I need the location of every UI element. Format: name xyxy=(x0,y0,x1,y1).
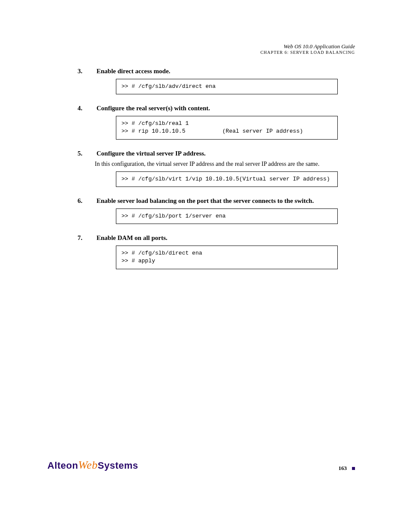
step-6: 6. Enable server load balancing on the p… xyxy=(78,197,355,224)
page-header: Web OS 10.0 Application Guide CHAPTER 6:… xyxy=(56,43,355,55)
step-7: 7. Enable DAM on all ports. >> # /cfg/sl… xyxy=(78,234,355,269)
code-box: >> # /cfg/slb/direct ena >> # apply xyxy=(116,246,338,269)
chapter-label: CHAPTER 6: SERVER LOAD BALANCING xyxy=(56,50,355,55)
logo-part-web: Web xyxy=(78,459,97,471)
step-text: Enable server load balancing on the port… xyxy=(97,197,355,205)
step-5: 5. Configure the virtual server IP addre… xyxy=(78,150,355,187)
code-box: >> # /cfg/slb/port 1/server ena xyxy=(116,208,338,224)
brand-logo: AlteonWebSystems xyxy=(47,459,138,472)
step-number: 4. xyxy=(78,105,95,112)
step-4: 4. Configure the real server(s) with con… xyxy=(78,105,355,139)
step-text: Configure the virtual server IP address. xyxy=(97,150,355,157)
step-number: 7. xyxy=(78,234,95,242)
step-number: 5. xyxy=(78,150,95,157)
guide-title: Web OS 10.0 Application Guide xyxy=(56,43,355,50)
page-number: 163 xyxy=(339,465,347,472)
code-box: >> # /cfg/slb/virt 1/vip 10.10.10.5(Virt… xyxy=(116,171,338,187)
step-number: 3. xyxy=(78,68,95,75)
code-box: >> # /cfg/slb/adv/direct ena xyxy=(116,79,338,94)
step-3: 3. Enable direct access mode. >> # /cfg/… xyxy=(78,68,355,94)
code-box: >> # /cfg/slb/real 1 >> # rip 10.10.10.5… xyxy=(116,116,338,139)
step-text: Enable direct access mode. xyxy=(97,68,355,75)
page-footer: 163 xyxy=(339,465,355,472)
square-icon xyxy=(352,467,355,470)
step-number: 6. xyxy=(78,197,95,205)
step-text: Configure the real server(s) with conten… xyxy=(97,105,355,112)
logo-part-systems: Systems xyxy=(98,460,138,471)
logo-part-alteon: Alteon xyxy=(47,460,78,471)
step-note: In this configuration, the virtual serve… xyxy=(95,160,355,168)
step-text: Enable DAM on all ports. xyxy=(97,234,355,242)
